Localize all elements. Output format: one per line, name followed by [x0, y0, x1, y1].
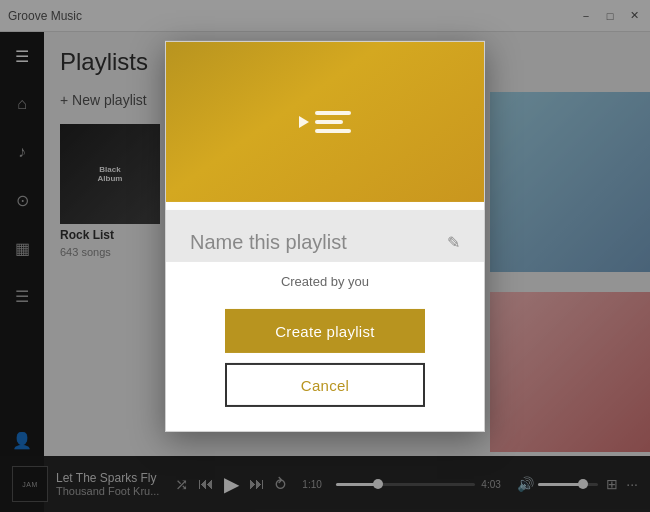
list-line-3 [315, 129, 351, 133]
playlist-icon [291, 103, 359, 141]
list-line-1 [315, 111, 351, 115]
playlist-name-placeholder: Name this playlist [190, 230, 447, 253]
create-playlist-button[interactable]: Create playlist [225, 309, 425, 353]
cancel-button[interactable]: Cancel [225, 363, 425, 407]
list-line-2 [315, 120, 343, 124]
playlist-name-field-row[interactable]: Name this playlist ✎ [166, 210, 484, 262]
list-lines-icon [315, 111, 351, 133]
created-by-label: Created by you [281, 274, 369, 289]
edit-icon[interactable]: ✎ [447, 232, 460, 251]
play-triangle-icon [299, 116, 309, 128]
dialog-icon-area [166, 42, 484, 202]
create-playlist-dialog: Name this playlist ✎ Created by you Crea… [165, 41, 485, 432]
